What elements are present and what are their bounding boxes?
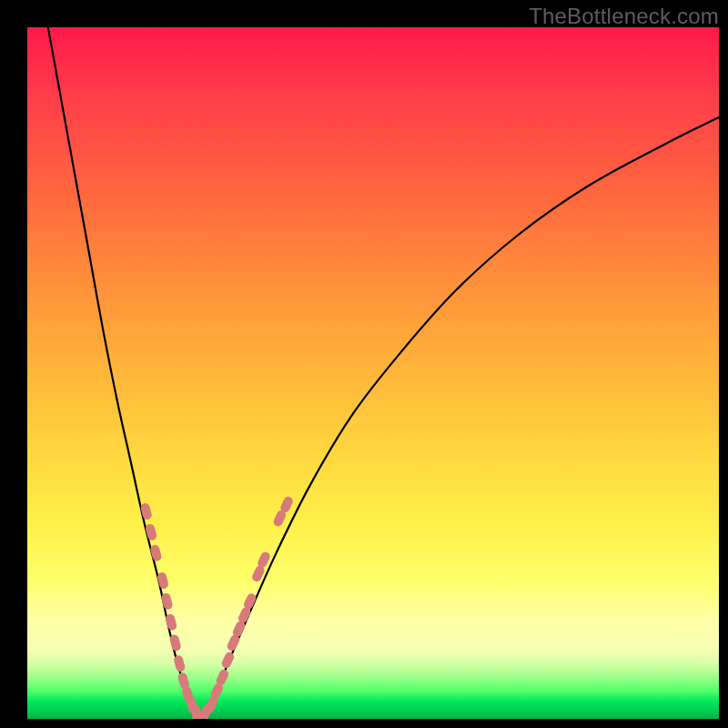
watermark-label: TheBottleneck.com bbox=[529, 4, 719, 29]
chart-frame: TheBottleneck.com bbox=[0, 0, 728, 728]
curve-markers bbox=[140, 495, 295, 719]
curve-marker bbox=[145, 523, 157, 541]
curve-marker bbox=[220, 651, 236, 670]
curve-marker bbox=[140, 502, 153, 521]
bottleneck-curve bbox=[48, 27, 719, 719]
plot-area bbox=[27, 27, 719, 719]
curve-layer bbox=[27, 27, 719, 719]
curve-marker bbox=[157, 571, 169, 590]
curve-marker bbox=[149, 544, 162, 562]
